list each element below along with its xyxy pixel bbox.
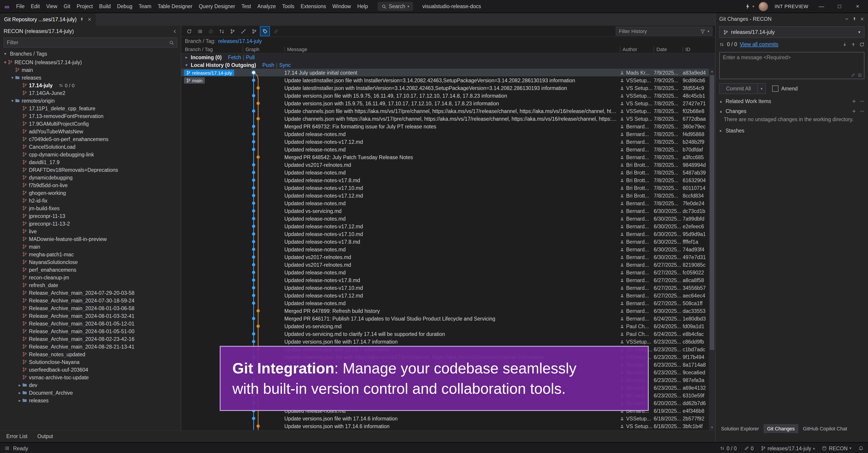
tree-item-release-archive-main-2024-07-30-18-59-24[interactable]: Release_Archive_main_2024-07-30-18-59-24 [0,297,181,304]
menu-window[interactable]: Window [329,0,354,13]
column-header-graph[interactable]: Graph [243,46,284,52]
tree-item-release-archive-main-2024-08-01-03-06-58[interactable]: Release_Archive_main_2024-08-01-03-06-58 [0,304,181,312]
tree-item-release-archive-main-2024-08-02-23-42-16[interactable]: Release_Archive_main_2024-08-02-23-42-16 [0,335,181,343]
commit-row[interactable]: Update channels.json with https://aka.ms… [181,115,715,122]
commit-row[interactable]: Update versions.json with 15.9.75, 16.11… [181,99,715,107]
outgoing-group-row[interactable]: ▾ Local History (0 Outgoing) Push|Sync [181,61,715,69]
commit-row[interactable]: Update versions.json file with 17.14.6 i… [181,415,715,422]
column-header-id[interactable]: ID [683,46,709,52]
tree-item-17-9gamultiprojectconfig[interactable]: 17.9GAMultiProjectConfig [0,120,181,127]
commit-row[interactable]: Update channels.json file with https://a… [181,107,715,115]
push-link[interactable]: Push [262,62,274,68]
commit-row[interactable]: Updated vs2017-relnotes.mdBri Brott...7/… [181,161,715,169]
tree-item-cpp-dynamic-debugging-link[interactable]: cpp-dynamic-debugging-link [0,151,181,158]
bell-icon[interactable] [859,446,864,451]
tree-item-release-archive-main-2024-08-01-03-32-41[interactable]: Release_Archive_main_2024-08-01-03-32-41 [0,312,181,320]
tree-item-h2-id-fix[interactable]: h2-id-fix [0,197,181,204]
menu-table-designer[interactable]: Table Designer [155,0,195,13]
branches-tags-section-header[interactable]: ▾ Branches / Tags [0,49,181,58]
menu-analyze[interactable]: Analyze [254,0,279,13]
commit-row[interactable]: Update versions.json with 17.14.6 inform… [181,422,715,430]
tree-item-ghogen-working[interactable]: ghogen-working [0,189,181,197]
scrollbar-thumb[interactable] [710,75,714,350]
close-button[interactable]: × [851,0,864,13]
commit-row[interactable]: Updated release-notes.mdBernard...7/8/20… [181,130,715,138]
commit-row[interactable]: Updated release-notes-v17.12.mdBernard..… [181,138,715,146]
sync-link[interactable]: Sync [279,62,291,68]
commit-row[interactable]: Updated release-notes-v17.8.mdBernard...… [181,276,715,284]
tree-item-17-11p1-delete-cpp-feature[interactable]: 17.11P1_delete_cpp_feature [0,104,181,112]
commit-row[interactable]: Updated release-notes.mdBernard...6/30/2… [181,245,715,253]
tree-item-dev[interactable]: ▸dev [0,381,181,389]
tree-item-main[interactable]: main [0,243,181,250]
commit-row[interactable]: Update versions.json file with 17.14.7 i… [181,338,715,345]
commit-row[interactable]: releases/17.14-july17.14 July update ini… [181,69,715,77]
toolbar-tag-button[interactable] [260,26,270,36]
menu-tools[interactable]: Tools [279,0,298,13]
tree-item-release-archive-main-2024-08-01-05-12-01[interactable]: Release_Archive_main_2024-08-01-05-12-01 [0,320,181,327]
commit-row[interactable]: Updated release-notes-v17.10.mdBernard..… [181,230,715,238]
column-header-date[interactable]: Date [654,46,683,52]
tree-item-recon-releases-17-14-july[interactable]: ▾RECON (releases/17.14-july) [0,58,181,66]
menu-extensions[interactable]: Extensions [298,0,329,13]
scroll-down-icon[interactable]: ▾ [709,425,715,430]
pencil-icon[interactable] [851,73,855,77]
tree-item-nayanasolutionclose[interactable]: NayanaSolutionclose [0,258,181,266]
menu-edit[interactable]: Edit [28,0,43,13]
tree-item-addyoutubewhatsnew[interactable]: addYouTubeWhatsNew [0,127,181,135]
commit-row[interactable]: Merged PR 649732: Fix formatting issue f… [181,122,715,130]
menu-test[interactable]: Test [238,0,254,13]
chevron-down-icon[interactable] [844,17,849,21]
tree-item-jm-build-fixes[interactable]: jm-build-fixes [0,204,181,212]
commit-row[interactable]: Update versions.json file with 15.9.75, … [181,92,715,99]
tree-item-perf-enahancemens[interactable]: perf_enahancemens [0,266,181,273]
branch-link[interactable]: releases/17.14-july [218,38,262,44]
grid-icon[interactable] [858,73,862,77]
tree-item-solutionclose-nayana[interactable]: Solutionclose-Nayana [0,358,181,366]
commit-row[interactable]: Updated release-notes-v17.8.mdBernard...… [181,238,715,245]
branch-filter-input[interactable]: Filter [4,37,177,48]
pull-link[interactable]: Pull [246,55,254,60]
tree-item-refresh-date[interactable]: refresh_date [0,281,181,289]
column-header-message[interactable]: Message [284,46,620,52]
commit-options-caret[interactable]: ▾ [758,83,766,94]
tree-item-megha-patch1-mac[interactable]: megha-patch1-mac [0,250,181,258]
toolbar-graph-button[interactable] [238,26,248,36]
commit-row[interactable]: Updated release-notes.mdBernard...7/8/20… [181,200,715,207]
more-actions-icon[interactable] [860,99,864,103]
tree-item-main[interactable]: main [0,66,181,74]
pin-icon[interactable] [80,17,84,22]
close-icon[interactable] [860,17,864,21]
incoming-outgoing-counts[interactable]: 0 / 0 [720,446,737,451]
commit-message-input[interactable]: Enter a message <Required> [719,52,864,79]
tree-item-vsmac-archive-toc-update[interactable]: vsmac-archive-toc-update [0,373,181,381]
toolbar-refresh-button[interactable] [184,26,194,36]
commit-row[interactable]: Updated release-notes-v17.12.mdBri Brott… [181,192,715,200]
tree-item-live[interactable]: live [0,228,181,235]
branch-selector-dropdown[interactable]: releases/17.14-july ▾ [719,26,864,38]
commit-row[interactable]: Updated vs-servicing.mdPaul Ch...6/24/20… [181,322,715,330]
toolbar-list-button[interactable] [195,26,205,36]
commit-row[interactable]: Update latestInstaller.json with Install… [181,84,715,92]
more-actions-icon[interactable] [860,109,864,114]
tree-item-c7049de5-on-perf-enahancemens[interactable]: c7049de5-on-perf_enahancemens [0,135,181,143]
commit-row[interactable]: Updated vs-servicing.mdBernard...6/30/20… [181,207,715,215]
related-work-items-section[interactable]: ▴ Related Work Items [716,96,868,106]
quick-actions-button[interactable]: ▾ [745,3,754,9]
tree-item-cancelsolutionload[interactable]: CancelSolutionLoad [0,143,181,151]
menu-project[interactable]: Project [73,0,96,13]
commit-row[interactable]: Merged PR 646171: Publish 17.14 updates … [181,315,715,322]
toolbar-link-button[interactable] [271,26,281,36]
column-header-branch-tag[interactable]: Branch / Tag [181,46,243,52]
tree-item-17-14ga-june2[interactable]: 17.14GA-June2 [0,89,181,97]
stage-all-icon[interactable] [852,109,856,114]
sync-icon[interactable] [860,42,864,47]
commit-row[interactable]: Updated release-notes.mdBernard...6/27/2… [181,299,715,307]
commit-row[interactable]: Updated release-notes-v17.10.mdBernard..… [181,284,715,292]
tab-git-changes[interactable]: Git Changes [764,424,798,433]
tree-item-jpreconpr-11-13[interactable]: jpreconpr-11-13 [0,212,181,220]
branch-tag-pill[interactable]: main [184,77,205,83]
commit-row[interactable]: Updated release-notes.mdBernard...7/8/20… [181,146,715,153]
push-arrow-icon[interactable] [851,42,856,47]
fetch-link[interactable]: Fetch [228,55,241,60]
